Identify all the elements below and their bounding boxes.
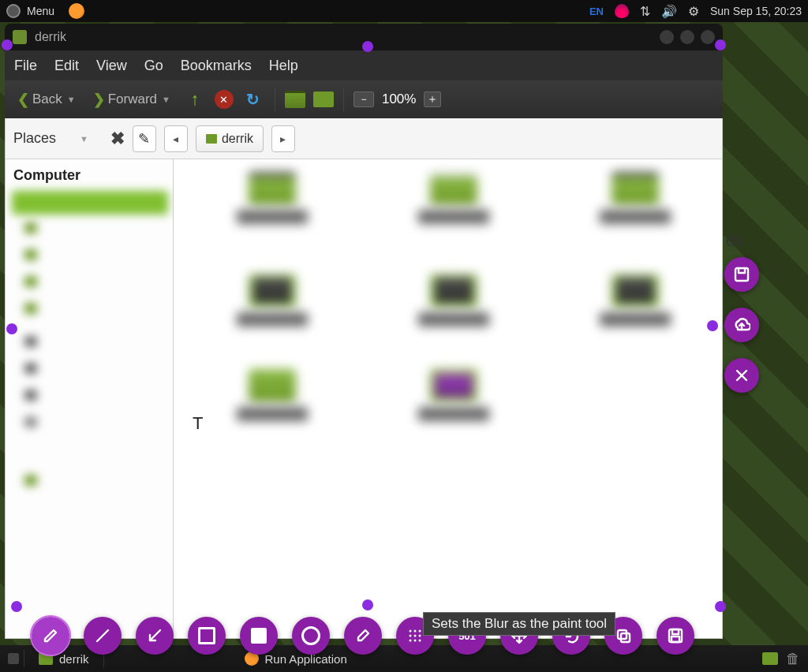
firefox-launcher-icon[interactable] xyxy=(69,3,84,19)
folder-label xyxy=(237,312,308,327)
computer-button[interactable] xyxy=(313,91,334,107)
zoom-out-button[interactable]: − xyxy=(354,91,374,107)
forward-button[interactable]: ❯ Forward ▼ xyxy=(88,88,175,110)
back-dropdown-icon[interactable]: ▼ xyxy=(67,95,76,104)
menu-go[interactable]: Go xyxy=(144,58,163,74)
keyboard-layout-indicator[interactable]: EN xyxy=(589,6,604,17)
selection-handle[interactable] xyxy=(6,323,17,334)
folder-icon[interactable] xyxy=(249,274,296,308)
top-panel: Menu EN ⇅ 🔊 ⚙ Sun Sep 15, 20:23 xyxy=(0,0,808,22)
home-icon xyxy=(206,134,217,144)
path-segment-home[interactable]: derrik xyxy=(196,125,264,152)
floppy-icon xyxy=(667,627,684,644)
tool-ellipse[interactable] xyxy=(292,617,330,655)
partial-folder-label: ds xyxy=(726,230,744,251)
square-outline-icon xyxy=(198,627,215,644)
sidebar-selected-row[interactable] xyxy=(12,191,168,215)
cancel-capture-button[interactable] xyxy=(724,358,759,393)
window-close-button[interactable] xyxy=(701,30,715,44)
tool-arrow[interactable] xyxy=(136,617,174,655)
selection-handle[interactable] xyxy=(362,599,373,610)
svg-point-13 xyxy=(419,640,421,642)
folder-icon[interactable] xyxy=(612,274,659,308)
menu-bookmarks[interactable]: Bookmarks xyxy=(181,58,252,74)
menu-bar: File Edit View Go Bookmarks Help xyxy=(5,50,723,80)
back-button[interactable]: ❮ Back ▼ xyxy=(13,88,80,110)
screenshot-indicator-icon[interactable] xyxy=(615,4,629,18)
settings-gear-icon[interactable]: ⚙ xyxy=(688,4,699,19)
pencil-icon xyxy=(42,627,59,644)
stop-button[interactable]: ✕ xyxy=(215,90,234,109)
tool-rect-outline[interactable] xyxy=(188,617,226,655)
arrow-icon xyxy=(146,627,163,644)
sidebar-section-computer: Computer xyxy=(13,167,165,184)
svg-point-9 xyxy=(414,635,417,637)
menu-file[interactable]: File xyxy=(14,58,37,74)
selection-handle[interactable] xyxy=(362,41,373,52)
trash-icon[interactable]: 🗑 xyxy=(786,651,800,667)
folder-label xyxy=(418,312,489,327)
svg-rect-18 xyxy=(671,637,679,642)
window-maximize-button[interactable] xyxy=(680,30,694,44)
close-icon xyxy=(733,367,750,384)
up-button[interactable]: ↑ xyxy=(183,89,207,110)
path-segment-label: derrik xyxy=(222,132,253,146)
svg-point-5 xyxy=(410,630,412,633)
menu-help[interactable]: Help xyxy=(269,58,298,74)
folder-icon[interactable] xyxy=(430,172,477,205)
network-icon[interactable]: ⇅ xyxy=(640,4,650,19)
selection-handle[interactable] xyxy=(707,320,718,331)
volume-icon[interactable]: 🔊 xyxy=(661,4,677,19)
menu-button[interactable]: Menu xyxy=(27,5,54,17)
svg-point-11 xyxy=(410,640,412,642)
svg-line-4 xyxy=(150,630,160,640)
selection-handle[interactable] xyxy=(715,601,726,612)
tool-save[interactable] xyxy=(656,617,694,655)
folder-icon[interactable] xyxy=(430,369,477,402)
tool-marker[interactable] xyxy=(344,617,382,655)
zoom-in-button[interactable]: ＋ xyxy=(424,91,441,107)
forward-dropdown-icon[interactable]: ▼ xyxy=(162,95,170,104)
window-title: derrik xyxy=(35,30,66,44)
menu-edit[interactable]: Edit xyxy=(54,58,79,74)
toolbar: ❮ Back ▼ ❯ Forward ▼ ↑ ✕ ↻ − 100% ＋ xyxy=(5,80,723,118)
cloud-upload-icon xyxy=(733,316,750,334)
places-dropdown-icon[interactable]: ▼ xyxy=(80,134,88,144)
upload-button[interactable] xyxy=(724,308,759,342)
folder-icon[interactable] xyxy=(612,172,659,205)
folder-icon[interactable] xyxy=(249,369,296,402)
menu-view[interactable]: View xyxy=(96,58,127,74)
home-button[interactable] xyxy=(285,91,305,108)
copy-icon xyxy=(615,627,632,644)
path-nav-right[interactable]: ▸ xyxy=(271,125,295,152)
window-minimize-button[interactable] xyxy=(660,30,674,44)
close-sidebar-icon[interactable]: ✖ xyxy=(110,129,125,149)
places-sidebar-selector[interactable]: Places xyxy=(13,130,56,147)
selection-handle[interactable] xyxy=(715,39,726,50)
tool-rect-fill[interactable] xyxy=(240,617,278,655)
path-nav-left[interactable]: ◂ xyxy=(164,125,188,152)
svg-point-7 xyxy=(419,630,421,633)
svg-rect-14 xyxy=(618,630,627,639)
folder-label xyxy=(600,312,671,327)
distro-logo-icon xyxy=(6,4,21,18)
partial-folder-label: T xyxy=(193,413,203,434)
tray-icon[interactable] xyxy=(762,652,778,665)
reload-button[interactable]: ↻ xyxy=(241,89,265,110)
folder-icon[interactable] xyxy=(430,274,477,308)
selection-handle[interactable] xyxy=(2,39,13,50)
svg-rect-15 xyxy=(621,633,630,642)
tool-freehand[interactable] xyxy=(32,617,69,655)
clock[interactable]: Sun Sep 15, 20:23 xyxy=(710,5,802,17)
folder-icon[interactable] xyxy=(249,172,296,205)
svg-rect-17 xyxy=(672,629,679,634)
save-local-button[interactable] xyxy=(724,257,759,292)
show-desktop-button[interactable] xyxy=(8,653,19,664)
folder-view[interactable]: ds T xyxy=(174,159,722,638)
places-sidebar[interactable]: Computer xyxy=(6,159,174,638)
blur-grid-icon xyxy=(406,627,424,644)
chevron-right-icon: ❯ xyxy=(93,91,105,108)
tool-line[interactable] xyxy=(84,617,122,655)
edit-path-button[interactable]: ✎ xyxy=(133,125,156,152)
selection-handle[interactable] xyxy=(11,601,22,612)
